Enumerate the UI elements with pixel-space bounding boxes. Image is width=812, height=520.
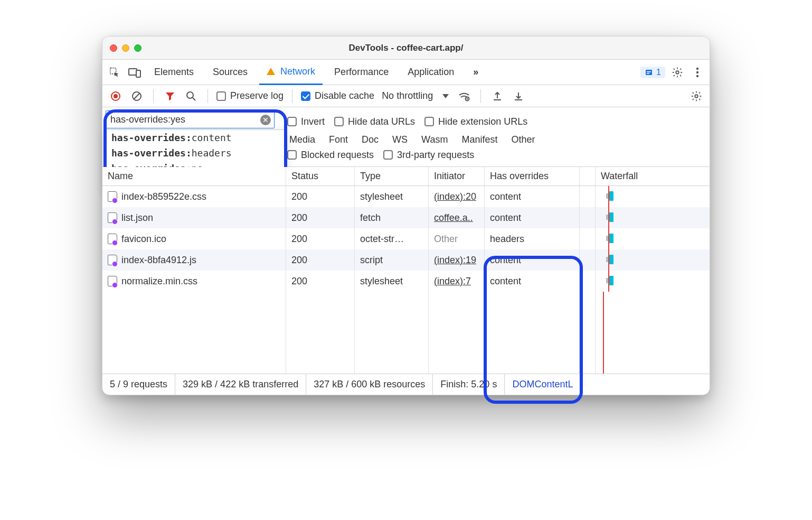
cell-type: script bbox=[355, 249, 429, 271]
request-name: favicon.ico bbox=[121, 234, 166, 245]
suggestion-item[interactable]: has-overrides:content bbox=[106, 130, 285, 145]
table-row[interactable]: index-b859522e.css200stylesheet(index):2… bbox=[102, 186, 710, 207]
cell-spacer bbox=[580, 228, 596, 249]
svg-line-13 bbox=[134, 93, 140, 99]
svg-point-17 bbox=[695, 95, 698, 98]
cell-spacer bbox=[580, 186, 596, 207]
cell-has-overrides: headers bbox=[485, 228, 580, 249]
initiator-link[interactable]: (index):20 bbox=[434, 191, 476, 202]
network-table: Name Status Type Initiator Has overrides… bbox=[102, 167, 710, 374]
cell-initiator: coffee.a.. bbox=[429, 207, 485, 228]
type-filter-media[interactable]: Media bbox=[287, 134, 317, 145]
file-override-icon bbox=[108, 276, 117, 286]
type-filter-wasm[interactable]: Wasm bbox=[419, 134, 450, 145]
cell-status: 200 bbox=[286, 186, 355, 207]
issues-count: 1 bbox=[656, 68, 661, 77]
initiator-link[interactable]: (index):19 bbox=[434, 255, 476, 266]
svg-rect-2 bbox=[136, 70, 140, 77]
filter-bar: has-overrides:yes ✕ has-overrides:conten… bbox=[102, 107, 710, 167]
cell-initiator: (index):7 bbox=[429, 271, 485, 292]
more-tabs-button[interactable]: » bbox=[466, 60, 486, 85]
cell-spacer bbox=[580, 207, 596, 228]
cell-initiator: (index):20 bbox=[429, 186, 485, 207]
record-button[interactable] bbox=[108, 88, 124, 104]
issues-button[interactable]: 1 bbox=[640, 67, 665, 78]
cell-has-overrides: content bbox=[485, 249, 580, 271]
hide-data-urls-checkbox[interactable]: Hide data URLs bbox=[334, 116, 415, 127]
file-override-icon bbox=[108, 212, 117, 223]
device-toolbar-icon[interactable] bbox=[127, 64, 143, 80]
status-resources: 327 kB / 600 kB resources bbox=[306, 374, 433, 395]
suggestion-item[interactable]: has-overrides:headers bbox=[106, 145, 285, 161]
upload-icon[interactable] bbox=[489, 88, 505, 104]
col-name[interactable]: Name bbox=[102, 167, 286, 185]
disable-cache-checkbox[interactable]: Disable cache bbox=[301, 90, 374, 101]
preserve-log-checkbox[interactable]: Preserve log bbox=[216, 90, 284, 101]
cell-waterfall bbox=[596, 186, 710, 207]
inspect-element-icon[interactable] bbox=[107, 64, 122, 80]
titlebar: DevTools - coffee-cart.app/ bbox=[102, 36, 710, 60]
table-row[interactable]: normalize.min.css200stylesheet(index):7c… bbox=[102, 271, 710, 292]
filter-icon[interactable] bbox=[162, 88, 178, 104]
clear-button[interactable] bbox=[129, 88, 145, 104]
type-filter-doc[interactable]: Doc bbox=[360, 134, 381, 145]
tab-network[interactable]: Network bbox=[259, 60, 323, 85]
tab-performance[interactable]: Performance bbox=[327, 60, 396, 85]
devtools-window: DevTools - coffee-cart.app/ Elements Sou… bbox=[102, 36, 710, 395]
clear-filter-icon[interactable]: ✕ bbox=[260, 115, 271, 125]
tab-sources[interactable]: Sources bbox=[205, 60, 255, 85]
search-icon[interactable] bbox=[183, 88, 199, 104]
initiator-link[interactable]: coffee.a.. bbox=[434, 212, 473, 224]
type-filter-other[interactable]: Other bbox=[509, 134, 537, 145]
filter-input[interactable]: has-overrides:yes ✕ bbox=[106, 110, 275, 128]
cell-spacer bbox=[580, 271, 596, 292]
kebab-menu-icon[interactable] bbox=[690, 64, 705, 80]
blocked-requests-checkbox[interactable]: Blocked requests bbox=[287, 150, 374, 161]
cell-waterfall bbox=[596, 228, 710, 249]
status-domcontentloaded: DOMContentL bbox=[505, 374, 580, 395]
cell-status: 200 bbox=[286, 249, 355, 271]
table-row[interactable]: index-8bfa4912.js200script(index):19cont… bbox=[102, 249, 710, 271]
file-override-icon bbox=[108, 234, 117, 244]
cell-type: octet-str… bbox=[355, 228, 429, 249]
third-party-checkbox[interactable]: 3rd-party requests bbox=[383, 150, 474, 161]
hide-extension-urls-checkbox[interactable]: Hide extension URLs bbox=[424, 116, 527, 127]
request-name: index-8bfa4912.js bbox=[121, 255, 196, 266]
cell-has-overrides: content bbox=[485, 271, 580, 292]
settings-icon[interactable] bbox=[669, 64, 685, 80]
tab-elements[interactable]: Elements bbox=[147, 60, 201, 85]
status-bar: 5 / 9 requests 329 kB / 422 kB transferr… bbox=[102, 374, 710, 395]
initiator-link[interactable]: (index):7 bbox=[434, 276, 471, 287]
svg-point-7 bbox=[696, 67, 698, 69]
request-name: index-b859522e.css bbox=[121, 191, 206, 202]
svg-rect-5 bbox=[647, 73, 649, 74]
svg-rect-1 bbox=[129, 69, 137, 75]
type-filter-ws[interactable]: WS bbox=[390, 134, 410, 145]
svg-point-11 bbox=[114, 94, 118, 98]
cell-spacer bbox=[580, 249, 596, 271]
type-filter-manifest[interactable]: Manifest bbox=[459, 134, 499, 145]
col-initiator[interactable]: Initiator bbox=[429, 167, 485, 185]
download-icon[interactable] bbox=[511, 88, 526, 104]
type-filter-font[interactable]: Font bbox=[327, 134, 350, 145]
table-row[interactable]: favicon.ico200octet-str…Otherheaders bbox=[102, 228, 710, 249]
initiator-text: Other bbox=[434, 234, 458, 245]
table-row[interactable]: list.json200fetchcoffee.a..content bbox=[102, 207, 710, 228]
network-conditions-icon[interactable] bbox=[456, 88, 472, 104]
cell-waterfall bbox=[596, 271, 710, 292]
col-status[interactable]: Status bbox=[286, 167, 355, 185]
throttling-select[interactable]: No throttling bbox=[380, 90, 451, 101]
table-header: Name Status Type Initiator Has overrides… bbox=[102, 167, 710, 186]
request-name: normalize.min.css bbox=[121, 276, 197, 287]
status-transferred: 329 kB / 422 kB transferred bbox=[175, 374, 306, 395]
svg-rect-3 bbox=[646, 70, 652, 75]
svg-line-15 bbox=[193, 98, 195, 100]
col-has-overrides[interactable]: Has overrides bbox=[485, 167, 580, 185]
network-toolbar: Preserve log Disable cache No throttling bbox=[102, 85, 710, 107]
tab-application[interactable]: Application bbox=[400, 60, 461, 85]
col-type[interactable]: Type bbox=[355, 167, 429, 185]
invert-checkbox[interactable]: Invert bbox=[287, 116, 325, 127]
file-override-icon bbox=[108, 191, 117, 202]
network-settings-icon[interactable] bbox=[688, 88, 704, 104]
col-waterfall[interactable]: Waterfall bbox=[596, 167, 710, 185]
